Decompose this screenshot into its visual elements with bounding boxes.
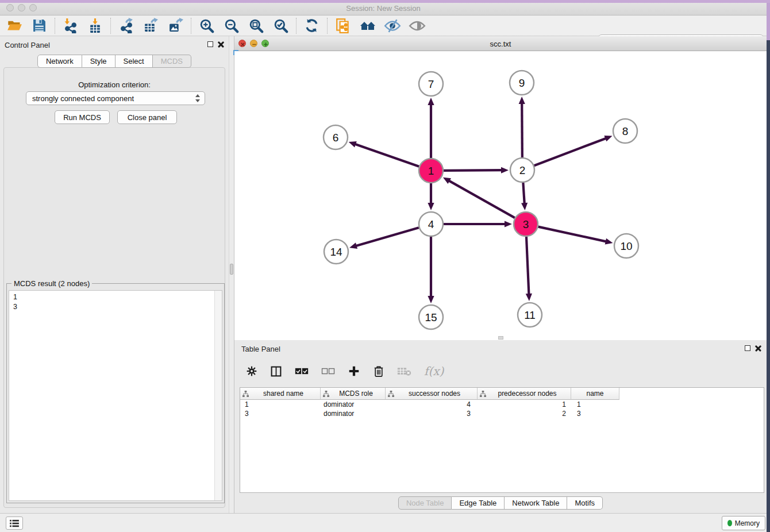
- export-image-icon[interactable]: [163, 16, 188, 36]
- criterion-select[interactable]: strongly connected component: [26, 91, 205, 105]
- task-list-button[interactable]: [6, 516, 23, 530]
- node-label-11: 11: [524, 309, 536, 321]
- node-label-15: 15: [425, 311, 437, 323]
- fx-label: f(x): [424, 364, 444, 378]
- table-cell[interactable]: 1: [240, 400, 321, 408]
- edge-3-10[interactable]: [538, 227, 606, 242]
- edge-arrowhead: [519, 97, 525, 104]
- node-table-body: 1dominator4113dominator323: [240, 400, 764, 418]
- zoom-fit-icon[interactable]: [244, 16, 268, 36]
- sort-tree-icon: [480, 391, 486, 397]
- export-network-icon[interactable]: [114, 16, 138, 36]
- columns-icon[interactable]: [270, 365, 282, 377]
- tab-mcds[interactable]: MCDS: [153, 55, 191, 68]
- column-header-predecessor-nodes[interactable]: predecessor nodes: [478, 388, 571, 400]
- export-table-icon[interactable]: [138, 16, 163, 36]
- table-row[interactable]: 3dominator323: [240, 409, 764, 418]
- float-table-panel-icon[interactable]: [745, 345, 750, 351]
- edge-2-8[interactable]: [534, 138, 607, 165]
- edge-arrowhead: [501, 167, 509, 174]
- toolbar-separator: [55, 18, 55, 34]
- tab-motifs[interactable]: Motifs: [567, 496, 603, 510]
- table-cell[interactable]: 4: [386, 400, 478, 408]
- select-all-checkboxes-icon[interactable]: [295, 367, 309, 375]
- edge-arrowhead: [349, 242, 357, 249]
- table-cell[interactable]: 2: [478, 410, 571, 418]
- edge-3-1[interactable]: [448, 180, 514, 218]
- edge-1-2[interactable]: [444, 170, 502, 171]
- network-frame: scc.txt 7968124314101511: [234, 36, 767, 340]
- horizontal-split-grip[interactable]: [498, 336, 503, 340]
- edge-4-14[interactable]: [356, 228, 419, 246]
- network-canvas[interactable]: 7968124314101511: [234, 51, 767, 340]
- panel-divider[interactable]: [229, 36, 234, 513]
- tab-edge-table[interactable]: Edge Table: [452, 496, 505, 510]
- hide-panels-icon[interactable]: [380, 16, 405, 36]
- mcds-result-area[interactable]: 13: [9, 290, 222, 501]
- table-cell[interactable]: 3: [386, 410, 478, 418]
- result-scrollbar[interactable]: [214, 291, 222, 500]
- divider-grip[interactable]: [230, 264, 233, 275]
- tab-node-table[interactable]: Node Table: [398, 496, 452, 510]
- deselect-all-checkboxes-icon[interactable]: [321, 367, 335, 375]
- function-builder-icon[interactable]: f(x): [424, 364, 444, 378]
- memory-button[interactable]: Memory: [722, 516, 765, 530]
- delete-table-icon[interactable]: [397, 367, 411, 376]
- node-label-9: 9: [519, 77, 525, 89]
- column-header-MCDS-role[interactable]: MCDS role: [321, 388, 386, 400]
- column-header-successor-nodes[interactable]: successor nodes: [386, 388, 478, 400]
- edge-arrowhead: [604, 136, 612, 141]
- table-cell[interactable]: 1: [478, 400, 571, 408]
- node-table-header-row: shared nameMCDS rolesuccessor nodesprede…: [240, 388, 764, 400]
- table-cell[interactable]: 3: [571, 410, 619, 418]
- tab-select[interactable]: Select: [116, 55, 153, 68]
- save-session-icon[interactable]: [27, 16, 52, 36]
- tab-network[interactable]: Network: [37, 55, 82, 68]
- edge-2-9[interactable]: [522, 103, 522, 157]
- clone-network-icon[interactable]: [330, 16, 355, 36]
- toolbar-separator: [110, 18, 111, 34]
- tab-style[interactable]: Style: [82, 55, 116, 68]
- edge-3-11[interactable]: [526, 237, 529, 295]
- zoom-in-icon[interactable]: [194, 16, 219, 36]
- zoom-out-icon[interactable]: [219, 16, 244, 36]
- run-mcds-button[interactable]: Run MCDS: [55, 110, 110, 124]
- table-cell[interactable]: dominator: [321, 400, 386, 408]
- close-table-panel-icon[interactable]: [755, 345, 761, 351]
- close-panel-button[interactable]: Close panel: [117, 110, 177, 124]
- delete-row-icon[interactable]: [373, 365, 384, 377]
- table-row[interactable]: 1dominator411: [240, 400, 764, 409]
- float-panel-icon[interactable]: [207, 41, 213, 47]
- add-row-icon[interactable]: [348, 365, 360, 377]
- node-table[interactable]: shared nameMCDS rolesuccessor nodesprede…: [240, 387, 764, 493]
- column-label: MCDS role: [329, 390, 383, 398]
- table-panel-title: Table Panel: [241, 345, 280, 353]
- show-view-icon[interactable]: [405, 16, 429, 36]
- edge-2-3[interactable]: [523, 183, 524, 204]
- column-header-shared-name[interactable]: shared name: [240, 388, 321, 400]
- edge-arrowhead: [428, 203, 434, 210]
- node-label-4: 4: [428, 218, 434, 230]
- table-cell[interactable]: 1: [571, 400, 619, 408]
- list-icon: [9, 519, 20, 527]
- column-header-name[interactable]: name: [571, 388, 619, 400]
- network-titlebar[interactable]: scc.txt: [234, 36, 767, 51]
- table-panel: Table Panel: [234, 340, 767, 513]
- tab-network-table[interactable]: Network Table: [505, 496, 567, 510]
- table-cell[interactable]: 3: [240, 410, 321, 418]
- edge-arrowhead: [428, 296, 434, 303]
- network-graph: 7968124314101511: [234, 51, 767, 340]
- status-bar: Memory: [0, 513, 767, 532]
- memory-label: Memory: [735, 519, 760, 527]
- open-file-icon[interactable]: [2, 16, 27, 36]
- zoom-selected-icon[interactable]: [268, 16, 293, 36]
- table-cell[interactable]: dominator: [321, 410, 386, 418]
- close-panel-icon[interactable]: [218, 41, 224, 47]
- refresh-view-icon[interactable]: [299, 16, 324, 36]
- reset-view-icon[interactable]: [355, 16, 380, 36]
- settings-gear-icon[interactable]: [246, 365, 257, 377]
- import-network-icon[interactable]: [58, 16, 83, 36]
- import-table-icon[interactable]: [83, 16, 107, 36]
- mcds-result-text: 13: [9, 291, 214, 500]
- edge-1-6[interactable]: [355, 144, 419, 167]
